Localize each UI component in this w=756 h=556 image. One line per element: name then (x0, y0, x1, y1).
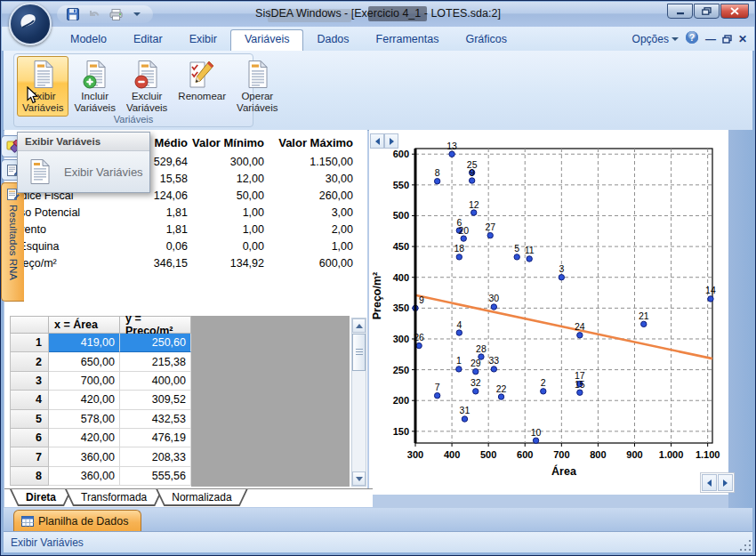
table-row[interactable]: 6420,00476,19 (10, 429, 191, 447)
table-scroll-arrows (370, 133, 398, 149)
col-header-x-area[interactable]: x = Área (49, 316, 120, 334)
cell-x[interactable]: 360,00 (49, 447, 120, 466)
side-tab-resultados-rna[interactable]: Resultados RNA (1, 182, 24, 302)
undo-icon[interactable] (87, 7, 101, 21)
options-menu[interactable]: Opções (632, 33, 679, 45)
col-header-minimo[interactable]: Valor Mínimo (188, 136, 264, 149)
restore-doc-icon[interactable] (722, 31, 732, 47)
tab-ferramentas[interactable]: Ferramentas (363, 29, 453, 51)
menu-item-label: Exibir Variávies (64, 165, 143, 179)
scrollbar-thumb[interactable] (352, 334, 366, 371)
cell-y[interactable]: 309,52 (120, 391, 191, 409)
row-number[interactable]: 8 (10, 467, 49, 486)
svg-text:21: 21 (639, 310, 649, 321)
cell-y[interactable]: 208,33 (120, 447, 191, 466)
table-row[interactable]: 4420,00309,52 (10, 391, 191, 409)
cell-y[interactable]: 400,00 (120, 372, 191, 391)
table-row[interactable]: 5578,00432,53 (10, 410, 191, 429)
ribbon-button-label: OperarVariáveis (237, 91, 277, 114)
table-row[interactable]: 2650,00215,38 (10, 352, 191, 371)
customize-toolbar-icon[interactable] (130, 7, 144, 21)
ribbon-button-operar-vari-veis[interactable]: OperarVariáveis (231, 56, 283, 117)
tab-dados[interactable]: Dados (303, 29, 362, 51)
vertical-scrollbar[interactable] (351, 318, 366, 487)
stats-row[interactable]: * Esquina0,060,001,00 (4, 238, 367, 254)
app-logo-button[interactable] (9, 3, 52, 45)
ribbon-button-incluir-vari-veis[interactable]: IncluirVariáveis (68, 56, 120, 117)
table-row[interactable]: 7360,00208,33 (10, 447, 191, 466)
row-number[interactable]: 4 (10, 391, 49, 409)
cell-y[interactable]: 555,56 (120, 467, 191, 486)
restore-button[interactable] (694, 4, 720, 19)
stats-row[interactable]: Evento1,811,002,00 (4, 221, 367, 238)
col-header-y-preco[interactable]: y = Preço/m² (120, 316, 191, 334)
table-row[interactable]: 3700,00400,00 (10, 372, 191, 391)
title-bar[interactable]: SisDEA Windows - [Exercicio 4_1 - LOTES.… (2, 2, 754, 28)
cell-x[interactable]: 700,00 (49, 372, 120, 391)
tab-editar[interactable]: Editar (120, 29, 176, 51)
svg-text:200: 200 (393, 395, 409, 406)
minimize-button[interactable] (667, 4, 693, 19)
sheet-tab-strip: DiretaTransformadaNormalizada (4, 488, 373, 507)
scroll-right-icon[interactable] (384, 133, 398, 149)
stats-minimo: 134,92 (188, 257, 264, 270)
chart-next-icon[interactable] (718, 474, 733, 491)
print-icon[interactable] (109, 7, 123, 21)
resize-grip[interactable] (740, 540, 751, 551)
sheet-tab-direta[interactable]: Direta (10, 489, 72, 506)
row-number[interactable]: 3 (10, 372, 49, 391)
scroll-down-icon[interactable] (352, 471, 366, 486)
svg-text:900: 900 (626, 449, 642, 460)
row-number[interactable]: 6 (10, 429, 49, 447)
cell-y[interactable]: 250,60 (120, 334, 191, 352)
cell-y[interactable]: 215,38 (120, 352, 191, 371)
help-icon[interactable]: ? (685, 30, 699, 48)
rename-pencil-icon (188, 60, 216, 90)
cell-x[interactable]: 578,00 (49, 410, 120, 429)
close-doc-icon[interactable]: ✕ (738, 33, 747, 45)
doc-tab-planilha[interactable]: Planilha de Dados (13, 510, 141, 532)
close-button[interactable] (720, 4, 749, 19)
tab-exibir[interactable]: Exibir (176, 29, 230, 51)
scroll-up-icon[interactable] (352, 318, 366, 333)
tab-graficos[interactable]: Gráficos (452, 29, 520, 51)
cell-x[interactable]: 420,00 (49, 429, 120, 447)
scroll-left-icon[interactable] (370, 133, 384, 149)
sheet-tab-transformada[interactable]: Transformada (65, 489, 163, 506)
ribbon-button-exibir-vari-veis[interactable]: ExibirVariáveis (17, 56, 68, 117)
ribbon: ExibirVariáveisIncluirVariáveisExcluirVa… (4, 51, 752, 131)
svg-text:?: ? (689, 32, 695, 43)
document-icon (28, 158, 52, 185)
stats-row[interactable]: Uso Potencial1,811,003,00 (4, 204, 367, 221)
document-tab-strip: Planilha de Dados (4, 508, 752, 531)
ribbon-button-label: IncluirVariáveis (74, 91, 115, 114)
ribbon-button-excluir-vari-veis[interactable]: ExcluirVariáveis (121, 56, 173, 117)
tab-variaveis[interactable]: Variáveis (230, 29, 303, 51)
menu-item-exibir-variaveis[interactable]: Exibir Variávies (18, 151, 149, 192)
col-header-maximo[interactable]: Valor Máximo (264, 136, 353, 149)
sheet-tab-normalizada[interactable]: Normalizada (156, 489, 247, 506)
chart-prev-icon[interactable] (702, 474, 717, 491)
table-row[interactable]: 1419,00250,60 (10, 334, 191, 352)
ribbon-button-renomear[interactable]: Renomear (173, 56, 231, 117)
svg-text:350: 350 (393, 302, 409, 313)
cell-x[interactable]: 360,00 (49, 467, 120, 486)
doc-tab-label: Planilha de Dados (38, 515, 128, 528)
tab-modelo[interactable]: Modelo (57, 29, 120, 51)
row-number[interactable]: 2 (10, 352, 49, 371)
ribbon-group-variaveis: ExibirVariáveisIncluirVariáveisExcluirVa… (13, 53, 253, 127)
save-icon[interactable] (66, 7, 80, 21)
row-number[interactable]: 7 (10, 447, 49, 466)
cell-x[interactable]: 650,00 (49, 352, 120, 371)
stats-row[interactable]: Preço/m²346,15134,92600,00 (4, 254, 367, 271)
table-row[interactable]: 8360,00555,56 (10, 467, 191, 486)
cell-y[interactable]: 432,53 (120, 410, 191, 429)
minimize-ribbon-icon[interactable]: — (705, 33, 716, 45)
row-number[interactable]: 1 (10, 334, 49, 352)
stats-maximo: 2,00 (264, 223, 353, 236)
cell-y[interactable]: 476,19 (120, 429, 191, 447)
cell-x[interactable]: 420,00 (49, 391, 120, 409)
grid-corner-cell[interactable] (10, 316, 49, 334)
row-number[interactable]: 5 (10, 410, 49, 429)
cell-x[interactable]: 419,00 (49, 334, 120, 352)
